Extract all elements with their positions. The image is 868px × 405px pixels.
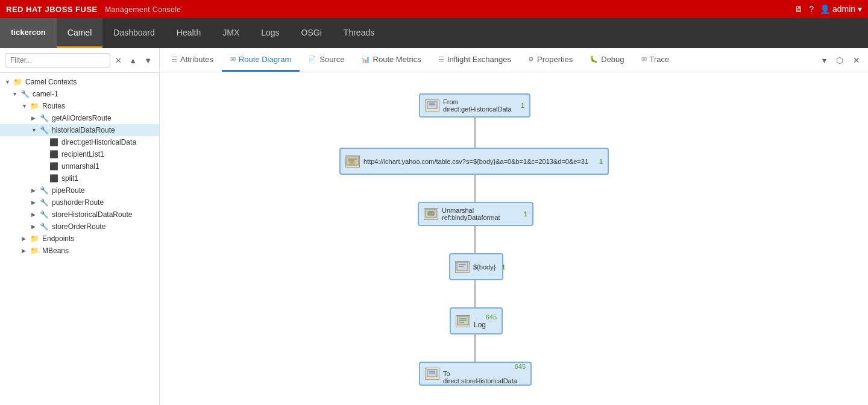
tab-popout-button[interactable]: ⬡ (831, 48, 848, 72)
tree-label-pipeRoute: pipeRoute (52, 186, 85, 195)
nav-item-camel[interactable]: Camel (57, 18, 102, 48)
filter-down-button[interactable]: ▼ (142, 55, 154, 66)
diagram-container: From direct:getHistoricalData 1 http4://… (172, 84, 714, 405)
route-icon: 🔧 (40, 210, 49, 219)
tree-item-recipientList1[interactable]: ⬛ recipientList1 (0, 148, 159, 160)
props-icon: ⚙ (528, 55, 534, 63)
folder-icon: 📁 (30, 246, 39, 255)
tab-inflight-label: Inflight Exchanges (447, 55, 511, 64)
route-icon: 🔧 (40, 186, 49, 195)
node-body-label: ${body} (473, 263, 495, 271)
source-icon: 📄 (308, 55, 316, 63)
tab-bar: ☰ Attributes ✉ Route Diagram 📄 Source 📊 … (160, 48, 868, 72)
nav-item-dashboard[interactable]: Dashboard (102, 18, 166, 48)
expand-arrow: ▼ (22, 103, 28, 109)
nav-threads-label: Threads (344, 28, 374, 37)
nav-item-health[interactable]: Health (166, 18, 212, 48)
tree-item-mbeans[interactable]: ▶ 📁 MBeans (0, 245, 159, 257)
node-http[interactable]: http4://ichart.yahoo.com/table.csv?s=${b… (339, 148, 609, 175)
tab-debug[interactable]: 🐛 Debug (581, 48, 632, 72)
node-to[interactable]: 645 To direct:storeHistoricalData (419, 362, 532, 386)
tab-spacer (678, 48, 817, 72)
expand-arrow: ▶ (31, 199, 37, 206)
tree-label-storeOrderRoute: storeOrderRoute (52, 222, 105, 231)
nav-health-label: Health (177, 28, 201, 37)
tab-source[interactable]: 📄 Source (300, 48, 353, 72)
tab-dropdown-button[interactable]: ▾ (817, 48, 831, 72)
monitor-icon[interactable]: 🖥 (794, 4, 803, 14)
filter-clear-button[interactable]: ✕ (113, 55, 124, 66)
tree-label-getAllOrdersRoute: getAllOrdersRoute (52, 114, 112, 122)
tab-trace-label: Trace (650, 55, 670, 64)
tree-item-pipeRoute[interactable]: ▶ 🔧 pipeRoute (0, 184, 159, 196)
expand-arrow: ▶ (31, 115, 37, 121)
nav-osgi-label: OSGi (301, 28, 322, 37)
tab-properties[interactable]: ⚙ Properties (520, 48, 581, 72)
tab-close-button[interactable]: ✕ (848, 48, 865, 72)
to-icon (425, 368, 439, 380)
tree-item-camel-contexts[interactable]: ▼ 📁 Camel Contexts (0, 76, 159, 88)
nav-logs-label: Logs (261, 28, 279, 37)
filter-up-button[interactable]: ▲ (127, 55, 139, 66)
folder-icon: 📁 (13, 78, 22, 86)
folder-icon: 📁 (30, 234, 39, 243)
tab-debug-label: Debug (601, 55, 624, 64)
tree-item-split1[interactable]: ⬛ split1 (0, 172, 159, 184)
tab-inflight-exchanges[interactable]: ☰ Inflight Exchanges (430, 48, 520, 72)
tab-trace[interactable]: ✉ Trace (633, 48, 678, 72)
tree-label-storeHistoricalDataRoute: storeHistoricalDataRoute (52, 210, 132, 219)
svg-marker-13 (428, 212, 434, 215)
tree: ▼ 📁 Camel Contexts ▼ 🔧 camel-1 ▼ 📁 Route… (0, 73, 159, 405)
node-http-count: 1 (599, 158, 603, 165)
content-area: ☰ Attributes ✉ Route Diagram 📄 Source 📊 … (160, 48, 868, 405)
tab-route-diagram[interactable]: ✉ Route Diagram (222, 48, 300, 72)
tree-label-unmarshal1: unmarshal1 (61, 162, 99, 171)
tree-item-direct-getHistoricalData[interactable]: ⬛ direct:getHistoricalData (0, 136, 159, 148)
nav-jmx-label: JMX (222, 28, 239, 37)
nav-dashboard-label: Dashboard (113, 28, 155, 37)
tree-label-historicalDataRoute: historicalDataRoute (52, 126, 115, 134)
tree-item-storeOrderRoute[interactable]: ▶ 🔧 storeOrderRoute (0, 221, 159, 233)
tree-item-getAllOrdersRoute[interactable]: ▶ 🔧 getAllOrdersRoute (0, 112, 159, 124)
tree-label-split1: split1 (61, 174, 78, 183)
filter-input[interactable] (5, 53, 110, 68)
expand-arrow: ▶ (31, 224, 37, 230)
node-to-label: To direct:storeHistoricalData (443, 370, 526, 385)
nav-item-jmx[interactable]: JMX (212, 18, 250, 48)
tree-label-endpoints: Endpoints (42, 234, 74, 243)
tab-attributes[interactable]: ☰ Attributes (163, 48, 222, 72)
node-icon: ⬛ (49, 138, 58, 146)
nav-item-threads[interactable]: Threads (333, 18, 385, 48)
nav-brand[interactable]: tickercon (0, 18, 57, 48)
node-from-count: 1 (521, 102, 524, 109)
nav-brand-label: tickercon (11, 28, 46, 37)
node-log-count: 645 (486, 313, 497, 321)
nav-item-osgi[interactable]: OSGi (291, 18, 333, 48)
node-log[interactable]: 645 Log (450, 307, 503, 334)
node-body[interactable]: ${body} 1 (449, 253, 503, 280)
tree-label-pushorderRoute: pushorderRoute (52, 198, 104, 207)
tree-label-recipientList1: recipientList1 (61, 150, 104, 159)
expand-arrow: ▶ (31, 187, 37, 193)
connector-lines (172, 84, 714, 405)
tree-item-pushorderRoute[interactable]: ▶ 🔧 pushorderRoute (0, 196, 159, 209)
nav-item-logs[interactable]: Logs (250, 18, 290, 48)
tree-item-endpoints[interactable]: ▶ 📁 Endpoints (0, 233, 159, 245)
expand-arrow: ▶ (31, 212, 37, 218)
tree-item-storeHistoricalDataRoute[interactable]: ▶ 🔧 storeHistoricalDataRoute (0, 209, 159, 221)
expand-arrow: ▼ (12, 91, 18, 97)
node-from[interactable]: From direct:getHistoricalData 1 (419, 93, 530, 118)
tree-item-unmarshal1[interactable]: ⬛ unmarshal1 (0, 160, 159, 172)
tree-item-routes[interactable]: ▼ 📁 Routes (0, 100, 159, 112)
node-unmarshal[interactable]: Unmarshal ref:bindyDataformat 1 (418, 202, 533, 226)
body-icon (455, 261, 470, 273)
help-icon[interactable]: ? (809, 4, 814, 14)
node-icon: ⬛ (49, 150, 58, 159)
tree-item-camel1[interactable]: ▼ 🔧 camel-1 (0, 88, 159, 100)
user-menu[interactable]: 👤 admin ▾ (820, 4, 862, 14)
tab-route-metrics[interactable]: 📊 Route Metrics (353, 48, 430, 72)
tree-item-historicalDataRoute[interactable]: ▼ 🔧 historicalDataRoute (0, 124, 159, 136)
node-from-label: From direct:getHistoricalData (443, 98, 515, 113)
tree-label-mbeans: MBeans (42, 246, 69, 255)
nav-bar: tickercon Camel Dashboard Health JMX Log… (0, 18, 868, 48)
